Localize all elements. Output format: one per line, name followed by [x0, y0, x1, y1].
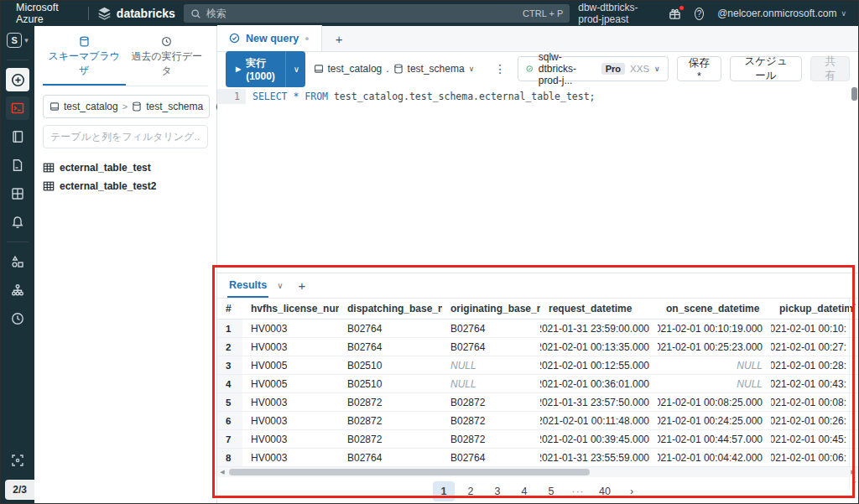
app-window: Microsoft Azure databricks 検索 CTRL + P d…	[0, 0, 859, 504]
filter-input[interactable]	[43, 125, 208, 148]
page-button[interactable]: 40	[594, 481, 616, 501]
plus-circle-icon	[11, 73, 25, 87]
sidebar-item-workflows[interactable]	[6, 278, 29, 302]
column-header[interactable]: #	[217, 299, 242, 319]
sidebar-item-new[interactable]	[6, 68, 29, 91]
org-chart-icon	[11, 283, 24, 297]
sidebar-item-data-ingestion[interactable]	[6, 250, 29, 273]
schema-icon	[393, 64, 403, 74]
page-button[interactable]: 2	[460, 481, 482, 501]
breadcrumb[interactable]: test_catalog > test_schema	[43, 95, 210, 118]
question-icon: ?	[697, 9, 702, 18]
table-cell: 2021-02-01 00:43:	[771, 375, 855, 392]
sql-statement[interactable]: SELECT * FROM test_catalog.test_schema.e…	[246, 91, 596, 102]
table-row[interactable]: 6HV0003B02872B028722021-02-01 00:11:48.0…	[217, 412, 858, 430]
recents-button[interactable]	[6, 449, 29, 472]
page-button[interactable]: 4	[513, 481, 535, 501]
table-list-item[interactable]: ecternal_table_test	[43, 158, 208, 177]
results-panel: Results ∨ + # hvfhs_license_num dispatch…	[217, 273, 858, 504]
table-row[interactable]: 1HV0003B02764B027642021-01-31 23:59:00.0…	[217, 320, 858, 338]
table-cell: 1	[217, 320, 242, 337]
column-header[interactable]: request_datetime	[540, 299, 658, 319]
catalog-icon	[314, 64, 324, 74]
sidebar-item-sql-editor[interactable]	[6, 96, 29, 120]
table-cell: 2021-02-01 00:26:	[771, 412, 855, 429]
code-editor[interactable]: 1 SELECT * FROM test_catalog.test_schema…	[217, 86, 858, 273]
chevron-down-icon[interactable]: ∨	[277, 281, 283, 290]
column-header[interactable]: dispatching_base_num	[339, 299, 442, 319]
chevron-down-icon: ∨	[841, 9, 846, 18]
scroll-down-icon[interactable]: ▼	[851, 480, 857, 486]
more-options-button[interactable]: ⋮	[491, 62, 509, 75]
sql-editor-area: New query ● + ▶ 実行 (1000) ∨ test_catalog…	[217, 26, 858, 504]
page-button[interactable]: 5	[540, 481, 562, 501]
sidebar-item-query-history[interactable]	[6, 307, 29, 330]
scroll-right-icon[interactable]: ▶	[848, 469, 858, 475]
page-button[interactable]: 1	[433, 481, 455, 501]
help-button[interactable]: ?	[695, 8, 704, 20]
table-row[interactable]: 3HV0005B02510NULL2021-02-01 00:12:55.000…	[217, 356, 858, 375]
workspace-switcher[interactable]: S ▾	[7, 33, 29, 48]
shapes-icon	[11, 255, 24, 268]
results-horizontal-scrollbar[interactable]: ◀ ▶	[217, 467, 858, 477]
run-button[interactable]: ▶ 実行 (1000) ∨	[226, 51, 305, 87]
scroll-up-icon[interactable]: ▲	[851, 300, 857, 306]
page-button[interactable]: 3	[487, 481, 508, 501]
breadcrumb-catalog[interactable]: test_catalog	[64, 101, 118, 112]
editor-scrollbar[interactable]	[851, 87, 857, 238]
table-cell: B02764	[339, 338, 442, 356]
results-tab-bar: Results ∨ +	[217, 273, 858, 299]
column-header[interactable]: originating_base_num	[442, 299, 540, 319]
table-cell: 2021-02-01 00:10:19.000	[658, 320, 771, 337]
tab-schema-browser[interactable]: スキーマブラウザ	[43, 33, 126, 86]
account-menu[interactable]: @nelcoer.onmicrosoft.com ∨	[717, 8, 850, 19]
warehouse-selector[interactable]: sqlw-dtbricks-prod-j... Pro XXS ∨	[518, 56, 668, 81]
column-header[interactable]: hvfhs_license_num	[242, 299, 339, 319]
tab-results[interactable]: Results	[227, 274, 268, 298]
scrollbar-thumb[interactable]	[851, 87, 857, 101]
next-page-button[interactable]: ›	[621, 481, 643, 501]
results-vertical-scrollbar[interactable]: ▲ ▼	[849, 299, 858, 487]
line-number: 1	[217, 89, 246, 104]
column-header[interactable]: pickup_datetime	[771, 299, 855, 319]
table-cell: HV0003	[242, 430, 339, 448]
bell-icon	[11, 216, 24, 229]
add-visualization-button[interactable]: +	[291, 278, 312, 293]
page-indicator[interactable]: 2/3	[5, 480, 34, 500]
sidebar-item-alerts[interactable]	[6, 210, 29, 234]
tab-label: 過去の実行データ	[131, 50, 202, 76]
table-cell: HV0003	[242, 393, 339, 411]
table-row[interactable]: 2HV0003B02764B027642021-02-01 00:13:35.0…	[217, 338, 858, 356]
scrollbar-thumb[interactable]	[229, 469, 590, 475]
table-cell: HV0003	[242, 320, 339, 337]
query-tab-bar: New query ● +	[217, 26, 858, 52]
global-search-input[interactable]: 検索 CTRL + P	[184, 4, 570, 23]
table-row[interactable]: 7HV0003B02872B028722021-02-01 00:39:45.0…	[217, 430, 858, 449]
save-button[interactable]: 保存 *	[677, 56, 721, 81]
new-tab-button[interactable]: +	[322, 32, 357, 51]
workspace-initial: S	[7, 33, 22, 48]
chevron-down-icon: ∨	[294, 65, 299, 74]
catalog-schema-selector[interactable]: test_catalog . test_schema ∨	[314, 63, 475, 75]
run-options-button[interactable]: ∨	[285, 51, 305, 87]
table-row[interactable]: 8HV0003B02764B027642021-01-31 23:55:59.0…	[217, 449, 858, 467]
whats-new-button[interactable]	[669, 8, 681, 20]
table-cell: 2021-02-01 00:08:25.000	[658, 393, 771, 411]
topbar-divider	[88, 7, 89, 20]
schedule-button[interactable]: スケジュール	[730, 56, 802, 81]
column-header[interactable]: on_scene_datetime	[658, 299, 771, 319]
scroll-left-icon[interactable]: ◀	[217, 469, 227, 475]
sidebar-item-notebooks[interactable]	[6, 125, 29, 148]
table-row[interactable]: 5HV0003B02872B028722021-01-31 23:57:50.0…	[217, 393, 858, 412]
table-cell: 2021-02-01 00:08:	[771, 393, 855, 411]
table-row[interactable]: 4HV0005B02510NULL2021-02-01 00:36:01.000…	[217, 375, 858, 393]
workspace-name[interactable]: dbw-dtbricks-prod-jpeast	[578, 2, 655, 25]
databricks-logo[interactable]: databricks	[97, 7, 175, 21]
sidebar-item-queries[interactable]	[6, 153, 29, 177]
tab-new-query[interactable]: New query ●	[217, 25, 322, 51]
tab-past-executions[interactable]: 過去の実行データ	[126, 33, 209, 86]
table-name: ecternal_table_test	[60, 162, 151, 174]
table-list-item[interactable]: ecternal_table_test2	[43, 177, 208, 195]
sidebar-item-dashboards[interactable]	[6, 182, 29, 205]
breadcrumb-schema[interactable]: test_schema	[146, 101, 203, 112]
